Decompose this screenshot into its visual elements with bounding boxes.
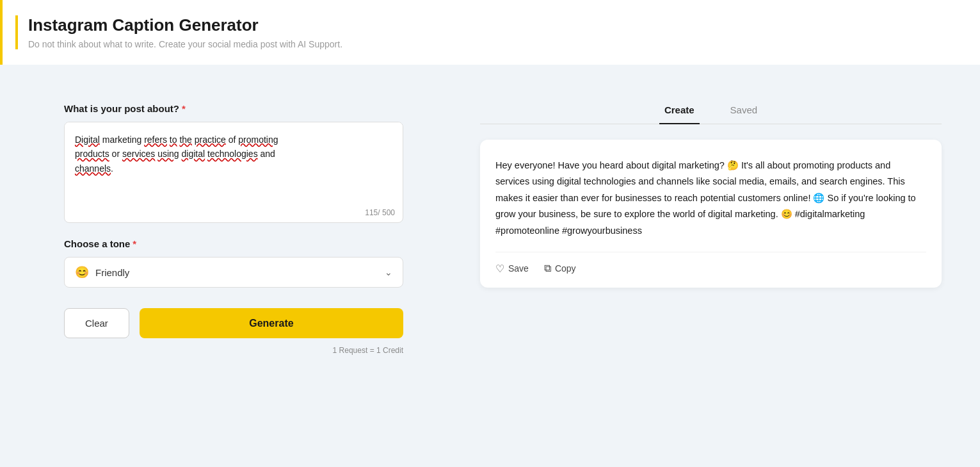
page-title: Instagram Caption Generator [28,15,954,35]
tone-label: Choose a tone* [64,238,403,249]
chevron-down-icon: ⌄ [385,267,392,277]
required-indicator: * [182,103,186,114]
save-button[interactable]: ♡ Save [495,263,529,275]
copy-icon: ⧉ [544,263,551,274]
post-input-wrapper: Digital marketing refers to the practice… [64,122,403,223]
tabs-row: Create Saved [480,97,942,124]
result-text: Hey everyone! Have you heard about digit… [495,158,926,239]
word-to: to [170,135,177,145]
generate-button[interactable]: Generate [140,308,403,338]
word-refers: refers [144,135,167,145]
tone-emoji: 😊 [75,265,89,279]
char-count-display: 115/ 500 [65,206,403,222]
post-textarea-display[interactable]: Digital marketing refers to the practice… [65,122,403,206]
word-the: the [179,135,191,145]
save-label: Save [508,263,529,274]
post-about-section: What is your post about?* Digital market… [64,103,403,223]
left-panel: What is your post about?* Digital market… [26,90,442,429]
result-card: Hey everyone! Have you heard about digit… [480,140,942,288]
word-digital: Digital [75,135,100,145]
main-content: What is your post about?* Digital market… [0,65,980,455]
word-digital2: digital [182,149,205,159]
header: Instagram Caption Generator Do not think… [0,0,980,65]
copy-label: Copy [555,263,576,274]
word-using: using [157,149,179,159]
page-subtitle: Do not think about what to write. Create… [28,39,954,49]
right-panel: Create Saved Hey everyone! Have you hear… [467,90,954,429]
post-label: What is your post about?* [64,103,403,114]
heart-icon: ♡ [495,263,504,275]
result-actions: ♡ Save ⧉ Copy [495,252,926,275]
tone-required-indicator: * [133,238,136,249]
word-channels: channels [75,163,111,174]
clear-button[interactable]: Clear [64,308,129,338]
word-services: services [122,149,155,159]
action-buttons: Clear Generate [64,308,403,338]
word-practice: practice [195,135,226,145]
tab-create[interactable]: Create [659,97,700,124]
tab-saved[interactable]: Saved [725,97,763,124]
word-technologies: technologies [207,149,258,159]
word-products: products [75,149,109,159]
word-promoting: promoting [238,135,278,145]
copy-button[interactable]: ⧉ Copy [544,263,576,274]
tone-section: Choose a tone* 😊 Friendly ⌄ [64,238,403,288]
tone-select[interactable]: 😊 Friendly ⌄ [64,257,403,288]
credit-note: 1 Request = 1 Credit [64,346,403,355]
tone-value: Friendly [95,267,385,278]
